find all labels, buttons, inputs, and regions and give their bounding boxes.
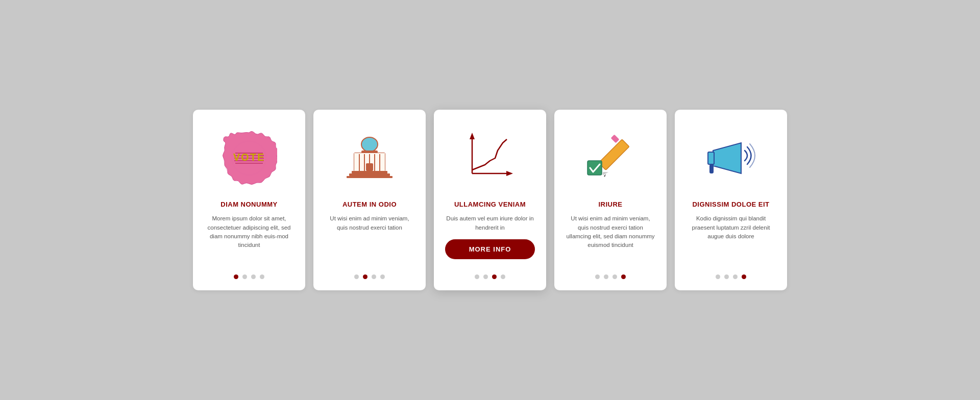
dot-1 — [354, 274, 359, 279]
card-4-dots — [595, 274, 626, 279]
card-megaphone: DIGNISSIM DOLOE EIT Kodio dignissim qui … — [675, 110, 787, 290]
card-pencil: IRIURE Ut wisi enim ad minim veniam, qui… — [554, 110, 667, 290]
dot-3 — [372, 274, 376, 279]
card-3-title: ULLAMCING VENIAM — [454, 201, 526, 208]
card-3-dots — [475, 274, 505, 279]
card-4-text: Ut wisi enim ad minim veniam, quis nostr… — [566, 214, 655, 266]
dot-2 — [242, 274, 247, 279]
card-2-title: AUTEM IN ODIO — [342, 201, 397, 208]
dot-2 — [724, 274, 729, 279]
dot-3 — [492, 274, 497, 279]
dot-2 — [604, 274, 608, 279]
card-5-dots — [716, 274, 746, 279]
card-1-text: Morem ipsum dolor sit amet, consectetuer… — [204, 214, 294, 266]
dot-1 — [595, 274, 600, 279]
card-5-text: Kodio dignissim qui blandit praesent lup… — [686, 214, 776, 266]
dot-2 — [363, 274, 368, 279]
card-3-text: Duis autem vel eum iriure dolor in hendr… — [445, 214, 535, 232]
dot-4 — [621, 274, 626, 279]
svg-rect-19 — [349, 173, 390, 176]
card-chart: ULLAMCING VENIAM Duis autem vel eum iriu… — [434, 110, 546, 290]
dot-4 — [501, 274, 505, 279]
card-2-text: Ut wisi enim ad minim veniam, quis nostr… — [325, 214, 414, 266]
line-chart-icon — [462, 125, 518, 191]
svg-rect-20 — [347, 176, 393, 178]
megaphone-icon — [703, 125, 759, 191]
svg-rect-27 — [611, 135, 620, 143]
more-info-button[interactable]: MORE INFO — [445, 239, 535, 259]
vote-badge-icon: VOTE — [221, 125, 277, 191]
capitol-building-icon — [344, 125, 395, 191]
svg-marker-25 — [506, 171, 513, 176]
svg-rect-33 — [709, 164, 714, 173]
dot-4 — [742, 274, 746, 279]
card-2-dots — [354, 274, 385, 279]
svg-marker-29 — [604, 174, 606, 177]
cards-container: VOTE DIAM NONUMMY Morem ipsum dolor sit … — [178, 89, 802, 311]
dot-3 — [251, 274, 256, 279]
pencil-checkbox-icon — [582, 125, 639, 191]
dot-4 — [260, 274, 264, 279]
card-1-dots — [234, 274, 264, 279]
card-4-title: IRIURE — [598, 201, 622, 208]
dot-2 — [483, 274, 488, 279]
svg-text:VOTE: VOTE — [233, 152, 265, 163]
svg-marker-31 — [713, 143, 741, 173]
dot-4 — [380, 274, 385, 279]
card-capitol: AUTEM IN ODIO Ut wisi enim ad minim veni… — [313, 110, 426, 290]
card-vote: VOTE DIAM NONUMMY Morem ipsum dolor sit … — [193, 110, 305, 290]
dot-3 — [733, 274, 738, 279]
card-1-title: DIAM NONUMMY — [220, 201, 277, 208]
svg-rect-21 — [366, 163, 373, 171]
svg-rect-26 — [599, 139, 629, 170]
dot-1 — [716, 274, 720, 279]
card-5-title: DIGNISSIM DOLOE EIT — [692, 201, 769, 208]
svg-rect-18 — [352, 171, 387, 173]
dot-1 — [234, 274, 238, 279]
dot-3 — [612, 274, 617, 279]
svg-rect-32 — [708, 152, 714, 164]
svg-marker-23 — [470, 133, 475, 139]
svg-point-9 — [361, 137, 378, 152]
dot-1 — [475, 274, 479, 279]
